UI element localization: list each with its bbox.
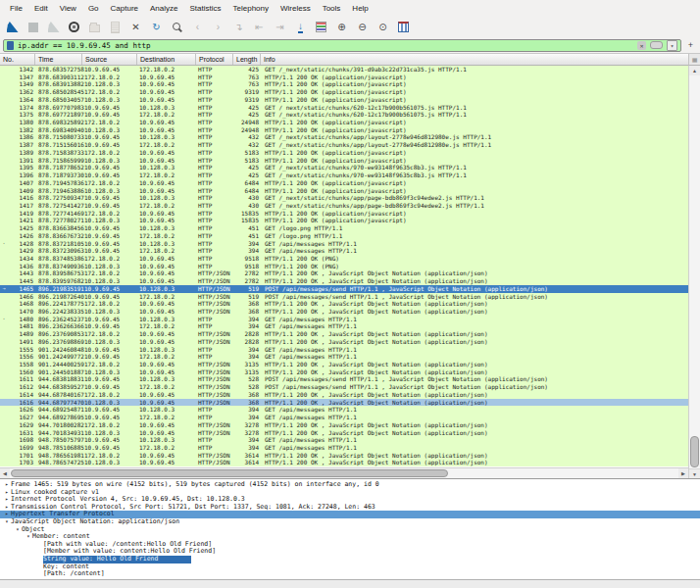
filter-expression[interactable]: ip.addr == 10.9.69.45 and http <box>18 41 633 50</box>
packet-row[interactable]: 1382 878.698340940 10.128.0.3 10.9.69.45… <box>0 126 688 134</box>
packet-row[interactable]: 1703 948.786574725 10.128.0.3 10.9.69.45… <box>0 459 688 466</box>
packet-row[interactable]: 1347 878.683903112 172.18.0.2 10.9.69.45… <box>0 74 688 81</box>
column-header-protocol[interactable]: Protocol <box>196 54 233 65</box>
restart-capture-icon[interactable] <box>46 20 61 34</box>
column-header-source[interactable]: Source <box>82 54 137 65</box>
detail-line[interactable]: ▾ JavaScript Object Notation: applicatio… <box>0 518 700 526</box>
menu-telephony[interactable]: Telephony <box>227 2 275 15</box>
packet-row[interactable]: → 1465 896.219835191 10.9.69.45 10.128.0… <box>0 285 688 293</box>
expander-expanded-icon[interactable]: ▾ <box>3 518 11 526</box>
find-packet-icon[interactable] <box>170 20 184 34</box>
expander-collapsed-icon[interactable]: ▸ <box>3 511 11 518</box>
packet-row[interactable]: 1387 878.715156016 10.9.69.45 172.18.0.2… <box>0 141 688 149</box>
apply-filter-icon[interactable] <box>650 41 663 49</box>
packet-row[interactable]: 1417 878.727541427 10.9.69.45 172.18.0.2… <box>0 202 688 210</box>
menu-edit[interactable]: Edit <box>28 2 54 15</box>
expander-expanded-icon[interactable]: ▾ <box>14 526 22 534</box>
packet-row[interactable]: 1612 944.683859527 10.9.69.45 172.18.0.2… <box>0 383 688 391</box>
column-header-info[interactable]: Info <box>261 54 688 65</box>
autoscroll-icon[interactable]: ↓ <box>293 20 308 34</box>
scroll-down-icon[interactable]: ▼ <box>689 468 700 478</box>
detail-line[interactable]: ▾ Object <box>0 526 700 534</box>
back-icon[interactable]: ‹ <box>190 20 205 34</box>
capture-options-icon[interactable] <box>67 20 81 34</box>
detail-line[interactable]: [Path: /content] <box>0 570 700 578</box>
packet-row[interactable]: 1556 901.242499772 10.9.69.45 172.18.0.2… <box>0 353 688 361</box>
packet-row[interactable]: 1629 944.701800282 172.18.0.2 10.9.69.45… <box>0 421 688 429</box>
column-header-destination[interactable]: Destination <box>137 54 196 65</box>
column-header-no[interactable]: No. <box>0 54 35 65</box>
save-file-icon[interactable] <box>108 20 123 34</box>
packet-row[interactable]: 1416 878.727509347 10.9.69.45 10.128.0.3… <box>0 194 688 202</box>
detail-line[interactable]: String value: Hello Old Friend <box>0 556 700 564</box>
packet-row[interactable]: 1362 878.685028545 172.18.0.2 10.9.69.45… <box>0 88 688 96</box>
menu-wireless[interactable]: Wireless <box>275 2 317 15</box>
add-filter-button[interactable]: + <box>684 39 697 52</box>
goto-packet-icon[interactable]: ↴ <box>231 20 246 34</box>
packet-row[interactable]: 1436 878.837490936 10.128.0.3 10.9.69.45… <box>0 263 688 270</box>
close-capture-icon[interactable]: ✕ <box>128 20 143 34</box>
colorize-icon[interactable] <box>314 20 328 34</box>
packet-row[interactable]: 1626 944.689254871 10.9.69.45 10.128.0.3… <box>0 406 688 414</box>
packet-row[interactable]: 1627 944.689278695 10.9.69.45 172.18.0.2… <box>0 414 688 421</box>
zoom-in-icon[interactable]: ⊕ <box>334 20 349 34</box>
packet-row[interactable]: 1396 878.718793730 10.9.69.45 172.18.0.2… <box>0 172 688 179</box>
column-settings-button[interactable]: ▦ <box>688 54 700 66</box>
expander-collapsed-icon[interactable]: ▸ <box>3 481 11 489</box>
packet-row[interactable]: 1699 948.785106885 10.9.69.45 172.18.0.2… <box>0 444 688 452</box>
column-header-time[interactable]: Time <box>35 54 82 65</box>
packet-row[interactable]: 1425 878.836638456 10.9.69.45 10.128.0.3… <box>0 224 688 232</box>
menu-statistics[interactable]: Statistics <box>184 2 227 15</box>
first-packet-icon[interactable]: ⇤ <box>252 20 267 34</box>
packet-row[interactable]: 1380 878.698325892 172.18.0.2 10.9.69.45… <box>0 119 688 126</box>
packet-row[interactable]: 1434 878.837485386 172.18.0.2 10.9.69.45… <box>0 255 688 263</box>
menu-tools[interactable]: Tools <box>317 2 347 15</box>
packet-row[interactable]: 1386 878.715080733 10.9.69.45 10.128.0.3… <box>0 133 688 141</box>
scroll-up-icon[interactable]: ▲ <box>689 66 700 75</box>
start-capture-icon[interactable] <box>5 20 20 34</box>
expander-collapsed-icon[interactable]: ▸ <box>3 496 11 504</box>
packet-row[interactable]: 1468 896.224178775 172.18.0.2 10.9.69.45… <box>0 300 688 308</box>
vertical-scroll-thumb[interactable] <box>690 436 699 467</box>
packet-row[interactable]: 1375 878.697721897 10.9.69.45 172.18.0.2… <box>0 111 688 119</box>
packet-row[interactable]: 1391 878.715865999 10.128.0.3 10.9.69.45… <box>0 157 688 165</box>
packet-row[interactable]: 1364 878.685034057 10.128.0.3 10.9.69.45… <box>0 96 688 104</box>
zoom-100-icon[interactable]: ⊙ <box>375 20 390 34</box>
packet-row[interactable]: 1616 944.687977470 10.128.0.3 10.9.69.45… <box>0 399 688 407</box>
packet-row[interactable]: 1342 878.683572758 10.9.69.45 172.18.0.2… <box>0 66 688 74</box>
packet-row[interactable]: 1481 896.236266366 10.9.69.45 172.18.0.2… <box>0 322 688 330</box>
packet-row[interactable]: 1429 878.837230963 10.9.69.45 172.18.0.2… <box>0 247 688 255</box>
packet-row[interactable]: 1558 901.244400259 172.18.0.2 10.9.69.45… <box>0 361 688 368</box>
column-header-length[interactable]: Length <box>233 54 261 65</box>
resize-columns-icon[interactable] <box>396 20 411 34</box>
menu-file[interactable]: File <box>4 2 28 15</box>
menu-help[interactable]: Help <box>346 2 374 15</box>
filter-bookmark-icon[interactable] <box>7 41 14 50</box>
last-packet-icon[interactable]: ⇥ <box>273 20 287 34</box>
menu-go[interactable]: Go <box>82 2 105 15</box>
zoom-out-icon[interactable]: ⊖ <box>355 20 370 34</box>
packet-row[interactable]: 1560 901.244501887 10.128.0.3 10.9.69.45… <box>0 368 688 376</box>
packet-row[interactable]: 1443 878.839586753 172.18.0.2 10.9.69.45… <box>0 270 688 277</box>
display-filter-input[interactable]: ip.addr == 10.9.69.45 and http ✕ ▾ <box>3 39 681 52</box>
menu-view[interactable]: View <box>54 2 82 15</box>
packet-row[interactable]: 1555 901.242460848 10.9.69.45 10.128.0.3… <box>0 346 688 354</box>
scroll-right-icon[interactable]: ▶ <box>678 468 688 478</box>
packet-row[interactable]: 1374 878.697707983 10.9.69.45 10.128.0.3… <box>0 104 688 112</box>
horizontal-scroll-thumb[interactable] <box>11 469 448 477</box>
packet-row[interactable]: 1389 878.715838733 172.18.0.2 10.9.69.45… <box>0 149 688 157</box>
packet-row[interactable]: 1489 896.237690853 172.18.0.2 10.9.69.45… <box>0 330 688 338</box>
reload-icon[interactable]: ↻ <box>149 20 164 34</box>
forward-icon[interactable]: › <box>211 20 225 34</box>
packet-row[interactable]: 1407 878.719457836 172.18.0.2 10.9.69.45… <box>0 179 688 187</box>
packet-row[interactable]: 1611 944.683818831 10.9.69.45 10.128.0.3… <box>0 375 688 383</box>
packet-row[interactable]: 1631 944.701834931 10.128.0.3 10.9.69.45… <box>0 429 688 437</box>
menu-analyze[interactable]: Analyze <box>144 2 183 15</box>
open-file-icon[interactable] <box>87 20 102 34</box>
clear-filter-icon[interactable]: ✕ <box>637 41 646 50</box>
packet-row[interactable]: 1445 878.839597682 10.128.0.3 10.9.69.45… <box>0 277 688 285</box>
packet-row[interactable]: 1491 896.237698869 10.128.0.3 10.9.69.45… <box>0 338 688 346</box>
filter-history-dropdown-icon[interactable]: ▾ <box>667 40 677 51</box>
packet-row[interactable]: 1426 878.836676732 10.9.69.45 172.18.0.2… <box>0 232 688 240</box>
packet-row[interactable]: 1395 878.718778652 10.9.69.45 10.128.0.3… <box>0 164 688 172</box>
